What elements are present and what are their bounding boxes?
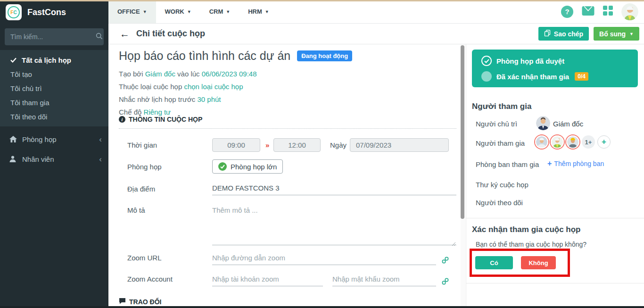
help-icon[interactable]: ? [561,6,573,18]
top-navbar: OFFICE▼ WORK▼ CRM▼ HRM▼ ? [108,0,644,24]
caret-down-icon: ▼ [265,9,269,14]
search-icon[interactable] [96,33,103,42]
copy-icon [544,30,551,38]
participants-avatars: 1+ + [535,135,611,149]
meeting-type-link[interactable]: chọn loại cuộc họp [184,83,243,91]
brand-name: FastCons [27,8,66,17]
participant-avatar[interactable] [566,135,579,149]
confirm-yes-button[interactable]: Có [475,256,513,269]
meta-type: Thuộc loại cuộc họp chọn loại cuộc họp [119,80,257,93]
meeting-detail-main: Họp báo cáo tình hình các dự án Đang hoạ… [108,44,466,308]
back-arrow-icon[interactable]: ← [120,29,130,39]
check-icon [10,58,17,63]
zoom-password-input[interactable] [332,273,436,286]
reminder-link[interactable]: 30 phút [197,95,221,103]
approval-status-box: Phòng họp đã duyệt Đã xác nhận tham gia … [472,50,638,87]
home-icon [9,136,17,142]
chair-name: Giám đốc [553,120,583,128]
meeting-meta: Tạo bởi Giám đốc vào lúc 06/06/2023 09:4… [119,67,257,118]
chair-label: Người chủ trì [476,120,517,128]
confirm-no-button[interactable]: Không [521,256,556,269]
window-top-edge [0,0,644,1]
date-input[interactable] [350,138,449,152]
scrollbar-track[interactable] [461,44,465,308]
nav-work[interactable]: WORK▼ [156,0,200,23]
link-icon[interactable] [442,278,449,287]
secretary-label: Thư ký cuộc họp [476,181,528,189]
nav-crm[interactable]: CRM▼ [200,0,239,23]
sidebar: FC FastCons Tất cả lịch họp Tôi tạo Tôi … [0,0,108,308]
copy-button[interactable]: Sao chép [538,27,589,41]
inbox-icon[interactable] [582,6,594,18]
section-meeting-info: i THÔNG TIN CUỘC HỌP [119,116,202,123]
sidebar-item-i-chair[interactable]: Tôi chủ trì [0,81,108,95]
chevron-left-icon: ‹ [99,135,102,143]
add-button[interactable]: Bổ sung ▼ [594,27,639,41]
check-circle-icon [218,162,227,171]
description-textarea[interactable] [212,204,456,245]
participants-label: Người tham gia [476,139,525,147]
resize-handle-icon[interactable] [452,240,456,248]
privacy-link[interactable]: Riêng tư [144,108,171,116]
time-start-input[interactable] [212,138,260,152]
sidebar-search [5,28,104,45]
meta-created: Tạo bởi Giám đốc vào lúc 06/06/2023 09:4… [119,67,257,80]
zoom-account-input[interactable] [212,273,323,286]
user-avatar[interactable] [621,3,638,20]
participant-avatar[interactable] [535,135,548,149]
sidebar-item-i-follow[interactable]: Tôi theo dõi [0,109,108,124]
chair-avatar [536,116,550,130]
participant-avatar[interactable] [551,135,564,149]
zoom-url-input[interactable] [212,252,436,265]
meta-reminder: Nhắc nhở lịch họp trước 30 phút [119,93,257,106]
info-icon: i [119,116,125,123]
fastcons-logo-icon[interactable]: FC [6,4,22,20]
time-label: Thời gian [127,141,157,149]
confirmed-count-badge: 0/4 [575,72,588,81]
confirmed-text: Đã xác nhận tham gia [496,73,569,81]
add-participant-button[interactable]: + [597,135,611,149]
confirm-section-title: Xác nhận tham gia cuộc họp [472,225,580,234]
meeting-room-button[interactable]: Phòng họp lớn [212,159,283,174]
sidebar-item-i-attend[interactable]: Tôi tham gia [0,95,108,109]
page-header: ← Chi tiết cuộc họp Sao chép Bổ sung ▼ [108,24,644,44]
zoom-url-label: Zoom URL [127,254,162,262]
created-time-link[interactable]: 06/06/2023 09:48 [202,70,257,78]
more-participants-badge[interactable]: 1+ [582,135,595,149]
departments-label: Phòng ban tham gia [476,160,539,168]
apps-grid-icon[interactable] [603,6,613,17]
divider [119,128,456,129]
chat-bubble-icon [119,298,126,306]
calendar-menu-group: Tất cả lịch họp Tôi tạo Tôi chủ trì Tôi … [0,50,108,126]
location-input[interactable] [212,182,456,195]
caret-down-icon: ▼ [187,9,191,14]
time-end-input[interactable] [273,138,321,152]
participants-section-title: Người tham gia [472,102,531,111]
sidebar-item-employees[interactable]: Nhân viên ‹ [0,152,108,166]
sidebar-item-meeting-rooms[interactable]: Phòng họp ‹ [0,132,108,146]
time-arrow-separator: » [265,141,269,149]
nav-office[interactable]: OFFICE▼ [108,0,156,23]
chevron-left-icon: ‹ [99,155,102,163]
page-title: Chi tiết cuộc họp [136,29,205,39]
section-discussion: TRAO ĐỔI [119,298,161,306]
meeting-side-panel: Phòng họp đã duyệt Đã xác nhận tham gia … [466,44,644,308]
brand: FC FastCons [0,0,108,25]
nav-hrm[interactable]: HRM▼ [239,0,278,23]
window-bottom-edge [0,306,644,308]
creator-link[interactable]: Giám đốc [145,70,175,78]
location-label: Địa điểm [127,185,155,193]
caret-down-icon: ▼ [629,32,634,36]
plus-icon: + [547,160,552,167]
room-label: Phòng họp [127,163,162,171]
sidebar-item-all-meetings[interactable]: Tất cả lịch họp [0,53,108,67]
sidebar-item-i-created[interactable]: Tôi tạo [0,67,108,81]
search-input[interactable] [10,33,96,41]
meeting-title: Họp báo cáo tình hình các dự án [119,49,290,63]
link-icon[interactable] [442,257,449,266]
date-label: Ngày [330,141,347,149]
divider [466,283,644,283]
caret-down-icon: ▼ [226,9,230,14]
scrollbar-thumb[interactable] [461,45,464,219]
add-department-link[interactable]: + Thêm phòng ban [547,160,604,167]
